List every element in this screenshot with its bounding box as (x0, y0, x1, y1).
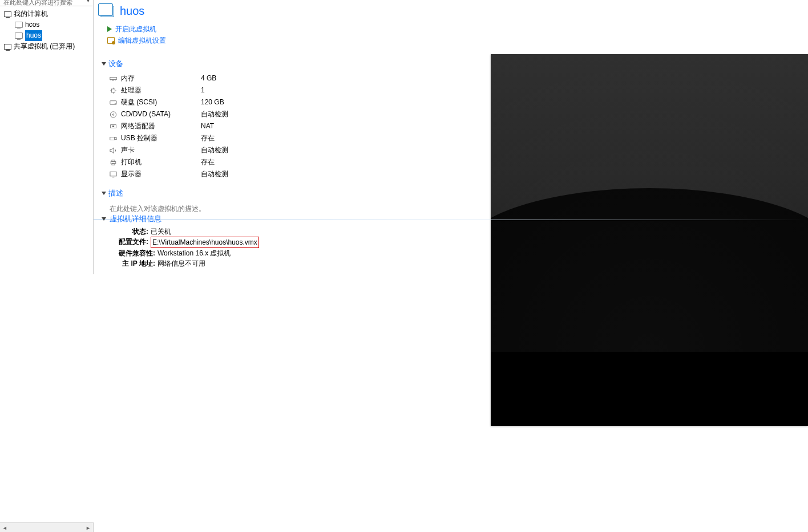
device-row[interactable]: 显示器自动检测 (108, 168, 353, 180)
computer-icon (3, 10, 11, 18)
shared-icon (3, 43, 11, 51)
library-tree: 我的计算机 hcos huos 共享虚拟机 (已弃用) (0, 6, 93, 54)
cpu-icon (108, 87, 118, 94)
detail-value: 已关机 (151, 226, 171, 237)
svg-rect-0 (110, 77, 116, 79)
device-value: 自动检测 (201, 168, 228, 180)
section-title: 虚拟机详细信息 (110, 214, 161, 224)
vm-details: 虚拟机详细信息 状态: 已关机 配置文件: E:\VirtualMachines… (94, 214, 808, 274)
chevron-down-icon (102, 192, 106, 195)
power-on-button[interactable]: 开启此虚拟机 (107, 23, 808, 35)
section-details[interactable]: 虚拟机详细信息 (102, 214, 165, 224)
device-name: 打印机 (121, 156, 201, 168)
device-list: 内存4 GB处理器1硬盘 (SCSI)120 GBCD/DVD (SATA)自动… (102, 72, 353, 180)
section-description[interactable]: 描述 (102, 188, 353, 198)
display-icon (108, 171, 118, 178)
vm-icon (15, 21, 23, 29)
detail-label: 状态: (111, 226, 148, 237)
detail-value: E:\VirtualMachines\huos\huos.vmx (151, 237, 259, 248)
detail-label: 配置文件: (111, 237, 148, 248)
device-name: 声卡 (121, 144, 201, 156)
tree-vm-label: hcos (25, 19, 39, 30)
section-devices[interactable]: 设备 (102, 59, 353, 69)
detail-hw: 硬件兼容性: Workstation 16.x 虚拟机 (111, 248, 808, 258)
usb-icon (108, 135, 118, 142)
device-name: USB 控制器 (121, 132, 201, 144)
svg-rect-5 (111, 89, 115, 92)
device-row[interactable]: 声卡自动检测 (108, 144, 353, 156)
tree-vm-huos[interactable]: huos (1, 30, 92, 41)
section-title: 描述 (108, 188, 123, 198)
svg-rect-21 (110, 172, 116, 176)
device-name: 网络适配器 (121, 120, 201, 132)
device-value: 120 GB (201, 96, 224, 108)
printer-icon (108, 159, 118, 166)
net-icon (108, 123, 118, 130)
action-label: 编辑虚拟机设置 (118, 35, 166, 46)
chevron-down-icon (102, 62, 106, 66)
scroll-right-icon[interactable]: ► (83, 523, 93, 532)
device-value: NAT (201, 120, 214, 132)
device-row[interactable]: 硬盘 (SCSI)120 GB (108, 96, 353, 108)
device-value: 存在 (201, 132, 215, 144)
chevron-down-icon (102, 217, 106, 221)
vm-header: huos (94, 0, 808, 21)
svg-point-12 (110, 111, 116, 117)
device-value: 存在 (201, 156, 215, 168)
svg-point-11 (114, 103, 115, 104)
action-label: 开启此虚拟机 (115, 23, 156, 35)
dropdown-icon: ▼ (86, 0, 91, 3)
device-value: 自动检测 (201, 108, 228, 120)
sidebar-scrollbar[interactable]: ◄ ► (0, 522, 94, 532)
search-input[interactable]: 在此处键入内容进行搜索 ▼ (0, 0, 93, 6)
device-row[interactable]: USB 控制器存在 (108, 132, 353, 144)
search-placeholder: 在此处键入内容进行搜索 (3, 0, 72, 6)
device-name: 内存 (121, 72, 201, 84)
svg-rect-10 (110, 100, 116, 104)
svg-rect-19 (111, 160, 114, 161)
tree-vm-hcos[interactable]: hcos (1, 19, 92, 30)
tree-vm-label: huos (25, 30, 42, 41)
device-name: 硬盘 (SCSI) (121, 96, 201, 108)
sound-icon (108, 147, 118, 154)
sidebar: 在此处键入内容进行搜索 ▼ 我的计算机 hcos huos 共享虚拟机 ( (0, 0, 94, 274)
disk-icon (108, 99, 118, 106)
svg-rect-16 (110, 137, 114, 140)
device-name: 显示器 (121, 168, 201, 180)
disc-icon (108, 111, 118, 118)
device-name: 处理器 (121, 84, 201, 96)
detail-ip: 主 IP 地址: 网络信息不可用 (111, 258, 808, 269)
device-row[interactable]: 网络适配器NAT (108, 120, 353, 132)
detail-label: 主 IP 地址: (111, 258, 155, 269)
svg-rect-15 (112, 125, 114, 127)
detail-label: 硬件兼容性: (111, 248, 155, 258)
vm-summary: huos 开启此虚拟机 编辑虚拟机设置 设备 内存4 GB处理器1硬盘 (SCS… (94, 0, 808, 274)
detail-config: 配置文件: E:\VirtualMachines\huos\huos.vmx (111, 237, 808, 248)
detail-value: 网络信息不可用 (157, 258, 205, 269)
detail-value: Workstation 16.x 虚拟机 (157, 248, 231, 258)
memory-icon (108, 75, 118, 82)
tree-label: 共享虚拟机 (已弃用) (14, 41, 75, 52)
device-row[interactable]: CD/DVD (SATA)自动检测 (108, 108, 353, 120)
device-value: 4 GB (201, 72, 216, 84)
tree-my-computer[interactable]: 我的计算机 (1, 9, 92, 19)
play-icon (107, 26, 112, 32)
description-input[interactable]: 在此处键入对该虚拟机的描述。 (102, 202, 353, 214)
svg-rect-17 (114, 137, 116, 139)
tree-shared-vms[interactable]: 共享虚拟机 (已弃用) (1, 41, 92, 52)
description-placeholder: 在此处键入对该虚拟机的描述。 (110, 205, 205, 213)
device-row[interactable]: 处理器1 (108, 84, 353, 96)
section-title: 设备 (108, 59, 123, 69)
device-row[interactable]: 打印机存在 (108, 156, 353, 168)
settings-icon (107, 37, 115, 44)
device-value: 自动检测 (201, 144, 228, 156)
vm-icon (15, 32, 23, 40)
device-row[interactable]: 内存4 GB (108, 72, 353, 84)
tree-label: 我的计算机 (14, 9, 48, 19)
svg-point-13 (112, 113, 114, 115)
vm-title: huos (120, 5, 144, 18)
edit-settings-button[interactable]: 编辑虚拟机设置 (107, 35, 808, 46)
vm-actions: 开启此虚拟机 编辑虚拟机设置 (94, 21, 808, 51)
scroll-left-icon[interactable]: ◄ (0, 523, 10, 532)
detail-state: 状态: 已关机 (111, 226, 808, 237)
